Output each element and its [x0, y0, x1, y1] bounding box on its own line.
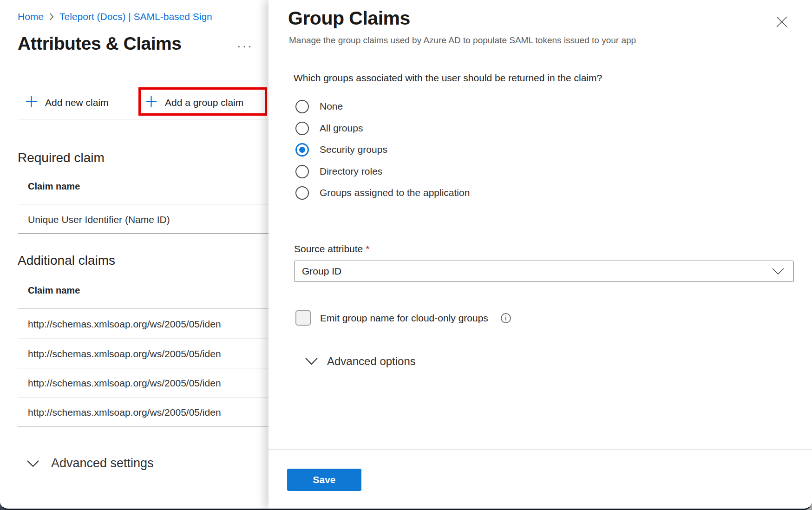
plus-icon [26, 96, 37, 109]
source-attribute-label: Source attribute* [294, 243, 369, 255]
dropdown-selected-value: Group ID [302, 266, 772, 277]
source-attribute-dropdown[interactable]: Group ID [294, 261, 794, 282]
claim-name-column-header: Claim name [28, 285, 80, 296]
panel-subtitle: Manage the group claims used by Azure AD… [289, 35, 636, 46]
panel-title: Group Claims [288, 7, 410, 29]
table-row-claim-url[interactable]: http://schemas.xmlsoap.org/ws/2005/05/id… [28, 348, 221, 360]
table-row-claim-url[interactable]: http://schemas.xmlsoap.org/ws/2005/05/id… [28, 378, 221, 389]
advanced-settings-toggle[interactable]: Advanced settings [27, 456, 154, 471]
radio-label: Security groups [320, 144, 387, 155]
add-group-claim-label: Add a group claim [165, 97, 243, 108]
page-title: Attributes & Claims [18, 33, 181, 54]
advanced-settings-label: Advanced settings [51, 456, 154, 471]
additional-claims-heading: Additional claims [18, 253, 115, 268]
divider [18, 119, 268, 119]
radio-label: All groups [320, 123, 363, 134]
table-row-claim-url[interactable]: http://schemas.xmlsoap.org/ws/2005/05/id… [28, 407, 221, 418]
divider [18, 204, 268, 204]
radio-label: None [320, 101, 343, 112]
chevron-down-icon [772, 268, 784, 275]
group-claims-panel: Group Claims Manage the group claims use… [268, 0, 812, 509]
footer-divider [268, 449, 812, 450]
required-asterisk: * [366, 243, 369, 254]
advanced-options-label: Advanced options [327, 355, 416, 368]
radio-label: Groups assigned to the application [320, 187, 470, 198]
emit-group-name-checkbox[interactable]: Emit group name for cloud-only groups [295, 310, 511, 326]
radio-label: Directory roles [320, 166, 382, 177]
breadcrumb: Home Teleport (Docs) | SAML-based Sign [18, 11, 212, 22]
divider [18, 308, 268, 309]
add-new-claim-button[interactable]: Add new claim [26, 91, 109, 114]
radio-icon [295, 143, 309, 157]
radio-option-none[interactable]: None [295, 97, 343, 116]
save-button[interactable]: Save [287, 469, 361, 491]
radio-icon [295, 165, 309, 178]
breadcrumb-chevron-icon [49, 13, 54, 20]
plus-icon [146, 96, 157, 109]
checkbox-label: Emit group name for cloud-only groups [320, 313, 488, 324]
radio-icon [295, 100, 309, 113]
radio-icon [295, 186, 309, 200]
browser-window: Home Teleport (Docs) | SAML-based Sign A… [0, 0, 812, 510]
radio-option-all-groups[interactable]: All groups [295, 119, 363, 137]
advanced-options-toggle[interactable]: Advanced options [305, 355, 416, 368]
claim-name-column-header: Claim name [28, 181, 80, 192]
radio-option-security-groups[interactable]: Security groups [295, 140, 387, 159]
close-icon[interactable] [774, 14, 790, 30]
divider [18, 426, 268, 427]
group-claims-question: Which groups associated with the user sh… [294, 72, 602, 84]
info-icon[interactable] [500, 313, 511, 324]
table-row-claim-url[interactable]: http://schemas.xmlsoap.org/ws/2005/05/id… [28, 319, 221, 330]
checkbox-icon [295, 310, 311, 326]
required-claim-heading: Required claim [18, 150, 105, 165]
add-new-claim-label: Add new claim [45, 97, 109, 108]
radio-option-groups-assigned[interactable]: Groups assigned to the application [295, 183, 470, 202]
add-group-claim-button[interactable]: Add a group claim [146, 91, 243, 114]
breadcrumb-app-link[interactable]: Teleport (Docs) | SAML-based Sign [59, 11, 212, 22]
more-options-icon[interactable]: ··· [237, 39, 253, 53]
table-row-required-claim[interactable]: Unique User Identifier (Name ID) [28, 214, 170, 225]
attributes-claims-page: Home Teleport (Docs) | SAML-based Sign A… [0, 0, 268, 509]
chevron-down-icon [305, 355, 318, 368]
radio-option-directory-roles[interactable]: Directory roles [295, 162, 382, 181]
breadcrumb-home-link[interactable]: Home [18, 11, 44, 22]
radio-icon [295, 122, 309, 135]
divider [18, 233, 268, 234]
chevron-down-icon [27, 456, 39, 471]
divider [18, 339, 268, 339]
divider [18, 368, 268, 368]
divider [18, 398, 268, 398]
